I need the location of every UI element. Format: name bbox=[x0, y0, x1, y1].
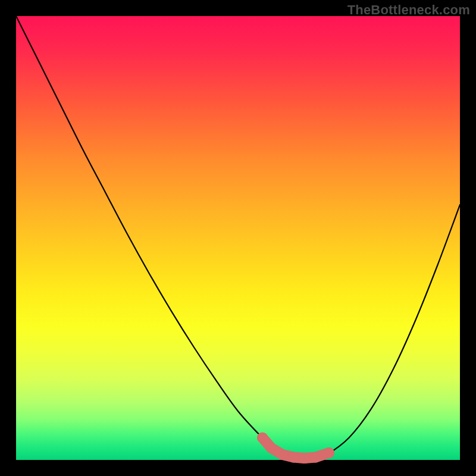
chart-frame: TheBottleneck.com bbox=[0, 0, 476, 476]
optimal-range-marker bbox=[311, 452, 321, 463]
optimal-range-marker bbox=[266, 443, 277, 453]
watermark-text: TheBottleneck.com bbox=[347, 2, 470, 18]
bottleneck-curve bbox=[16, 16, 460, 458]
optimal-range-marker bbox=[324, 447, 334, 458]
optimal-range-marker bbox=[299, 453, 310, 464]
optimal-range-marker bbox=[277, 449, 288, 460]
optimal-range-marker bbox=[288, 452, 299, 463]
optimal-range-marker bbox=[257, 433, 268, 443]
optimal-range-markers bbox=[257, 433, 334, 464]
chart-svg bbox=[16, 16, 460, 460]
